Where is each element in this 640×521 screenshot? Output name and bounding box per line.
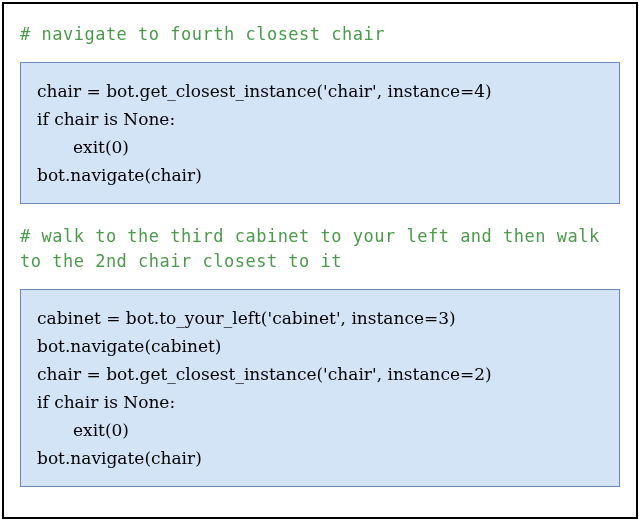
code-line: exit(0) [37, 133, 603, 161]
code-line: bot.navigate(cabinet) [37, 332, 603, 360]
section2-code-block: cabinet = bot.to_your_left('cabinet', in… [20, 289, 620, 487]
code-line-indented: exit(0) [37, 416, 129, 444]
section1-comment: # navigate to fourth closest chair [20, 22, 620, 48]
figure-frame: # navigate to fourth closest chair chair… [2, 2, 638, 519]
code-line-indented: exit(0) [37, 133, 129, 161]
code-line: if chair is None: [37, 388, 603, 416]
code-line: bot.navigate(chair) [37, 444, 603, 472]
code-line: chair = bot.get_closest_instance('chair'… [37, 360, 603, 388]
code-line: cabinet = bot.to_your_left('cabinet', in… [37, 304, 603, 332]
code-line: chair = bot.get_closest_instance('chair'… [37, 77, 603, 105]
section1-code-block: chair = bot.get_closest_instance('chair'… [20, 62, 620, 204]
section2-comment: # walk to the third cabinet to your left… [20, 224, 620, 275]
code-line: bot.navigate(chair) [37, 161, 603, 189]
code-line: exit(0) [37, 416, 603, 444]
code-line: if chair is None: [37, 105, 603, 133]
